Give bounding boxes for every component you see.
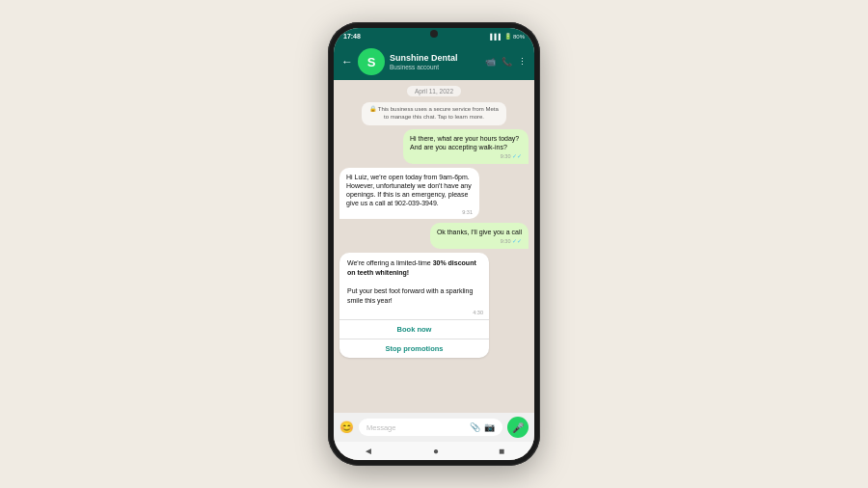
message-time: 9:30 ✓✓ [410, 153, 522, 161]
home-nav-icon[interactable]: ● [433, 446, 439, 456]
contact-info: Sunshine Dental Business account [390, 53, 480, 70]
info-text: This business uses a secure service from… [378, 106, 499, 120]
message-sent-2: Ok thanks, I'll give you a call 9:30 ✓✓ [430, 223, 529, 249]
status-time: 17:48 [343, 33, 361, 40]
menu-icon[interactable]: ⋮ [518, 57, 527, 67]
message-input-field[interactable]: Message 📎 📷 [359, 419, 502, 436]
promo-text: We're offering a limited-time 30% discou… [339, 253, 489, 310]
camera-notch [430, 30, 438, 38]
info-bubble[interactable]: 🔒 This business uses a secure service fr… [362, 102, 506, 125]
message-text: Hi Luiz, we're open today from 9am-6pm. … [346, 174, 472, 206]
status-icons: ▌▌▌ 🔋 80% [490, 33, 525, 40]
phone-screen: 17:48 ▌▌▌ 🔋 80% ← S Sunshine Dental Busi… [334, 28, 534, 460]
recents-nav-icon[interactable]: ■ [499, 446, 504, 456]
phone-device: 17:48 ▌▌▌ 🔋 80% ← S Sunshine Dental Busi… [328, 22, 540, 466]
message-text: Ok thanks, I'll give you a call [437, 229, 522, 235]
battery-level: 80% [513, 34, 525, 40]
message-sent-1: Hi there, what are your hours today? And… [403, 129, 529, 164]
voice-call-icon[interactable]: 📞 [502, 57, 512, 67]
back-button[interactable]: ← [341, 55, 353, 68]
promo-message-card: We're offering a limited-time 30% discou… [339, 253, 489, 358]
camera-icon[interactable]: 📷 [484, 422, 495, 432]
mic-button[interactable]: 🎤 [507, 417, 529, 438]
mic-icon: 🎤 [512, 422, 524, 433]
video-call-icon[interactable]: 📹 [485, 57, 496, 67]
avatar: S [358, 48, 385, 75]
message-received-1: Hi Luiz, we're open today from 9am-6pm. … [339, 168, 479, 220]
message-placeholder: Message [366, 423, 395, 432]
signal-icon: ▌▌▌ [490, 34, 502, 40]
chat-header: ← S Sunshine Dental Business account 📹 📞… [334, 43, 534, 80]
read-ticks: ✓✓ [512, 238, 522, 244]
contact-name: Sunshine Dental [390, 53, 480, 64]
stop-promotions-button[interactable]: Stop promotions [339, 339, 489, 358]
nav-bar: ◄ ● ■ [334, 442, 534, 460]
battery-icon: 🔋 [504, 33, 511, 40]
input-bar: 😊 Message 📎 📷 🎤 [334, 413, 534, 442]
emoji-icon[interactable]: 😊 [339, 420, 354, 434]
message-time: 9:31 [346, 209, 473, 216]
contact-status: Business account [390, 64, 480, 70]
read-ticks: ✓✓ [512, 153, 522, 159]
promo-time: 4:30 [339, 310, 489, 319]
book-now-button[interactable]: Book now [339, 319, 489, 339]
attach-icon[interactable]: 📎 [470, 422, 480, 432]
input-icons: 📎 📷 [470, 422, 495, 432]
back-nav-icon[interactable]: ◄ [364, 446, 373, 456]
header-icons: 📹 📞 ⋮ [485, 57, 527, 67]
phone-body: 17:48 ▌▌▌ 🔋 80% ← S Sunshine Dental Busi… [328, 22, 540, 466]
date-label: April 11, 2022 [407, 86, 461, 96]
lock-icon: 🔒 [369, 106, 376, 112]
message-text: Hi there, what are your hours today? And… [410, 135, 519, 150]
message-time: 9:30 ✓✓ [437, 238, 522, 246]
chat-area: April 11, 2022 🔒 This business uses a se… [334, 80, 534, 413]
